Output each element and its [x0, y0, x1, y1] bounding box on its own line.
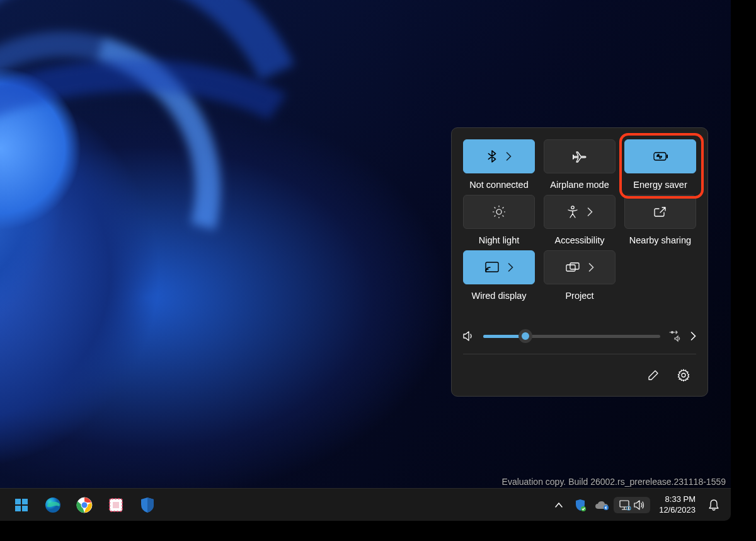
svg-point-7	[672, 332, 673, 334]
system-tray-network-sound[interactable]: i	[614, 497, 650, 513]
edge-icon[interactable]	[39, 492, 67, 518]
taskbar-clock[interactable]: 8:33 PM 12/6/2023	[653, 494, 702, 515]
airplane-label: Airplane mode	[550, 180, 609, 190]
bluetooth-tile[interactable]	[463, 139, 535, 173]
svg-rect-9	[15, 499, 21, 504]
accessibility-tile[interactable]	[544, 195, 616, 229]
svg-rect-1	[667, 154, 668, 158]
svg-rect-4	[486, 262, 498, 272]
security-icon[interactable]	[134, 492, 161, 518]
project-tile[interactable]	[544, 250, 616, 284]
speaker-icon[interactable]	[463, 331, 474, 341]
edit-quick-settings-button[interactable]	[641, 363, 666, 387]
speaker-icon	[634, 500, 645, 510]
chevron-right-icon	[508, 263, 513, 272]
svg-text:i: i	[629, 506, 629, 510]
quick-settings-panel: Not connected Airplane mode Energy s	[451, 127, 708, 397]
svg-point-3	[571, 206, 573, 209]
night-light-label: Night light	[479, 235, 519, 245]
taskbar: i 8:33 PM 12/6/2023	[0, 488, 731, 521]
network-icon: i	[619, 499, 631, 511]
watermark-text: Evaluation copy. Build 26002.rs_prerelea…	[502, 477, 726, 487]
svg-rect-11	[15, 506, 21, 511]
airplane-icon	[573, 150, 587, 163]
night-light-tile[interactable]	[463, 195, 535, 229]
start-button[interactable]	[8, 492, 35, 518]
project-label: Project	[565, 291, 593, 301]
tray-onedrive-icon[interactable]	[592, 492, 611, 518]
nearby-sharing-label: Nearby sharing	[629, 235, 691, 245]
cast-icon	[485, 262, 499, 273]
airplane-tile[interactable]	[544, 139, 616, 173]
chevron-right-icon	[588, 263, 594, 272]
svg-rect-10	[22, 499, 28, 504]
energy-saver-icon	[652, 151, 668, 161]
svg-point-17	[82, 502, 88, 508]
svg-point-2	[496, 209, 501, 214]
notifications-button[interactable]	[704, 492, 723, 518]
project-icon	[566, 262, 580, 272]
snipping-tool-icon[interactable]	[102, 492, 130, 518]
energy-saver-tile[interactable]	[624, 139, 696, 173]
bluetooth-icon	[487, 150, 497, 163]
chrome-icon[interactable]	[71, 492, 98, 518]
nearby-sharing-tile[interactable]	[624, 195, 696, 229]
night-light-icon	[493, 206, 505, 218]
volume-slider[interactable]	[483, 330, 660, 342]
tray-overflow-chevron[interactable]	[549, 492, 568, 518]
svg-rect-6	[570, 263, 579, 269]
sound-output-icon[interactable]	[669, 330, 682, 342]
chevron-right-icon	[506, 152, 512, 161]
tray-security-icon[interactable]	[571, 492, 590, 518]
nearby-sharing-icon	[654, 206, 667, 218]
bluetooth-label: Not connected	[469, 180, 529, 190]
accessibility-label: Accessibility	[555, 235, 605, 245]
accessibility-icon	[567, 206, 578, 218]
svg-point-8	[682, 373, 685, 377]
settings-button[interactable]	[671, 363, 696, 387]
svg-rect-12	[22, 506, 28, 511]
cast-tile[interactable]	[463, 250, 535, 284]
energy-saver-label: Energy saver	[633, 180, 687, 190]
svg-rect-5	[566, 265, 575, 271]
clock-time: 8:33 PM	[659, 494, 696, 504]
svg-rect-20	[113, 502, 119, 508]
chevron-right-icon	[587, 207, 593, 216]
cast-label: Wired display	[471, 291, 526, 301]
svg-rect-23	[620, 501, 629, 507]
clock-date: 12/6/2023	[659, 505, 696, 515]
chevron-right-icon[interactable]	[690, 332, 696, 340]
